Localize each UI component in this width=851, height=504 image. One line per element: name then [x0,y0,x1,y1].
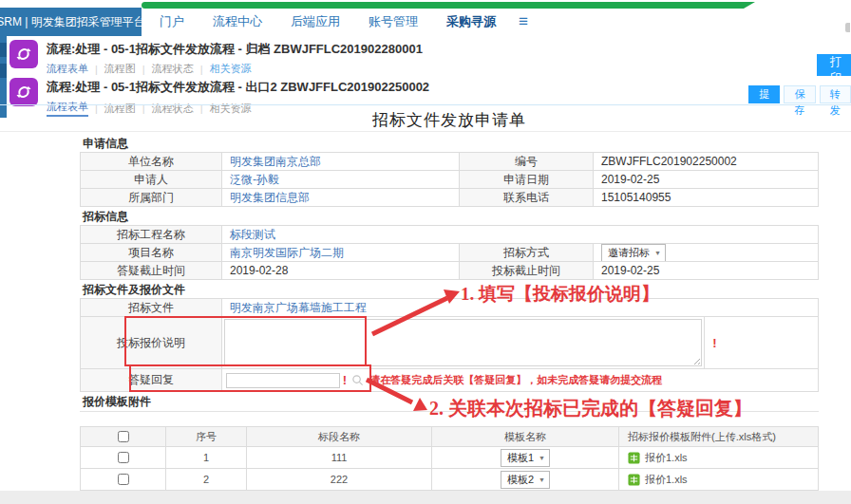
row-checkbox[interactable] [118,474,129,485]
forward-button[interactable]: 转发 [820,85,851,103]
project-name-label: 项目名称 [80,243,222,262]
form-row: 招标文件 明发南京广场幕墙施工工程 [81,298,819,317]
form-row: 申请人 泛微-孙毅 申请日期 2019-02-25 [81,170,819,189]
form-row: 答疑回复 ! 请在答疑完成后关联【答疑回复】，如未完成答疑请勿提交流程 [81,368,819,392]
table-row: 2 222 模板2 报价1.xls [81,468,819,491]
bid-doc-value[interactable]: 明发南京广场幕墙施工工程 [221,298,819,317]
attachment-link[interactable]: 报价1.xls [645,473,688,487]
bid-doc-label: 招标文件 [80,298,222,317]
doc-number-label: 编号 [459,152,594,171]
qa-reply-input[interactable] [226,373,340,388]
nav-process-center[interactable]: 流程中心 [213,13,262,30]
attachment-link[interactable]: 报价1.xls [645,451,688,465]
form-row: 项目名称 南京明发国际广场二期 招标方式 邀请招标 [81,243,819,262]
browse-magnifier-icon[interactable] [351,374,364,386]
top-nav: 门户 流程中心 后端应用 账号管理 采购寻源 ≡ [160,8,528,36]
section-template-attach: 报价模板附件 [80,392,819,411]
template-select[interactable]: 模板2 [501,471,550,489]
apply-date-value: 2019-02-25 [593,170,819,189]
qa-deadline-label: 答疑截止时间 [80,261,222,280]
process-title: 流程:处理 - 05-1招标文件发放流程 - 归档 ZBWJFFLC201902… [47,41,423,58]
header-divider [0,104,851,105]
col-attachment: 招标报价模板附件(上传.xls格式) [618,426,819,447]
tab-process-diagram[interactable]: 流程图 [104,62,136,76]
col-seq: 序号 [165,426,247,447]
form-row: 招标工程名称 标段测试 [81,225,819,244]
bid-deadline-value: 2019-02-25 [593,261,819,280]
template-table: 序号 标段名称 模板名称 招标报价模板附件(上传.xls格式) 1 111 模板… [81,426,819,491]
brand-badge: SRM | 明发集团招采管理平台 [0,8,142,36]
applicant-value[interactable]: 泛微-孙毅 [221,170,460,189]
tab-process-status[interactable]: 流程状态 [152,62,194,76]
required-mark: ! [712,336,716,350]
apply-date-label: 申请日期 [459,170,594,189]
form-row: 答疑截止时间 2019-02-28 投标截止时间 2019-02-25 [81,261,819,280]
bid-method-select[interactable]: 邀请招标 [601,244,666,262]
section-doc-quote: 招标文件及报价文件 [80,280,819,299]
phone-value: 15105140955 [593,188,819,207]
quote-note-textarea[interactable] [224,319,702,366]
form-title: 招标文件发放申请单 [80,109,819,131]
project-name-value[interactable]: 南京明发国际广场二期 [221,243,460,262]
bid-deadline-label: 投标截止时间 [459,261,594,280]
workflow-sync-icon [9,40,38,68]
bid-method-label: 招标方式 [459,243,594,262]
col-template-name: 模板名称 [431,426,619,447]
section-name-value: 222 [246,468,432,491]
unit-name-value[interactable]: 明发集团南京总部 [221,152,460,171]
excel-file-icon [628,452,640,464]
section-bid-info: 招标信息 [80,207,819,226]
tab-process-form[interactable]: 流程表单 [47,62,88,76]
excel-file-icon [628,474,640,486]
doc-number-value: ZBWJFFLC201902250002 [593,152,819,171]
app-root: SRM | 明发集团招采管理平台 门户 流程中心 后端应用 账号管理 采购寻源 … [0,0,851,504]
workflow-sync-icon [9,78,38,106]
tab-related-resources[interactable]: 相关资源 [210,62,252,76]
table-header-row: 序号 标段名称 模板名称 招标报价模板附件(上传.xls格式) [81,426,819,447]
row-checkbox[interactable] [118,452,129,463]
unit-name-label: 单位名称 [80,152,222,171]
seq-value: 2 [165,468,247,491]
section-name-value: 111 [246,446,432,469]
qa-reply-label: 答疑回复 [80,368,222,392]
required-mark: ! [343,373,347,387]
process-title: 流程:处理 - 05-1招标文件发放流程 - 出口2 ZBWJFFLC20190… [47,79,429,96]
quote-note-label: 投标报价说明 [80,316,222,369]
submit-button[interactable]: 提交 [748,85,780,103]
process-header-archive: 流程:处理 - 05-1招标文件发放流程 - 归档 ZBWJFFLC201902… [9,40,423,76]
nav-sourcing[interactable]: 采购寻源 [446,13,496,30]
qa-deadline-value: 2019-02-28 [221,261,460,280]
form-row: 投标报价说明 ! [81,316,819,369]
nav-account-mgmt[interactable]: 账号管理 [369,13,418,30]
nav-backend-apps[interactable]: 后端应用 [291,13,340,30]
project-bid-name-label: 招标工程名称 [80,225,222,244]
corner-icon [845,23,850,32]
project-bid-name-value[interactable]: 标段测试 [221,225,819,244]
nav-portal[interactable]: 门户 [160,13,184,30]
save-button[interactable]: 保存 [784,85,815,103]
select-all-checkbox[interactable] [118,431,129,442]
department-label: 所属部门 [80,188,222,207]
department-value[interactable]: 明发集团信息部 [221,188,460,207]
form-row: 所属部门 明发集团信息部 联系电话 15105140955 [81,188,819,207]
section-apply-info: 申请信息 [80,132,819,153]
form-row: 单位名称 明发集团南京总部 编号 ZBWJFFLC201902250002 [81,152,819,171]
section-underline [80,411,819,412]
col-section-name: 标段名称 [246,426,432,447]
request-form: 申请信息 单位名称 明发集团南京总部 编号 ZBWJFFLC2019022500… [80,132,819,491]
seq-value: 1 [165,446,247,469]
template-select[interactable]: 模板1 [501,449,550,467]
applicant-label: 申请人 [80,170,222,189]
form-action-bar: 提交 保存 转发 [748,85,851,103]
phone-label: 联系电话 [459,188,594,207]
qa-reply-hint: 请在答疑完成后关联【答疑回复】，如未完成答疑请勿提交流程 [369,373,662,387]
left-sidebar-strip [0,36,7,118]
hamburger-icon[interactable]: ≡ [519,12,528,31]
table-row: 1 111 模板1 报价1.xls [81,446,819,469]
page-bottom-strip [0,491,851,504]
print-button[interactable]: 打印 [817,54,851,76]
